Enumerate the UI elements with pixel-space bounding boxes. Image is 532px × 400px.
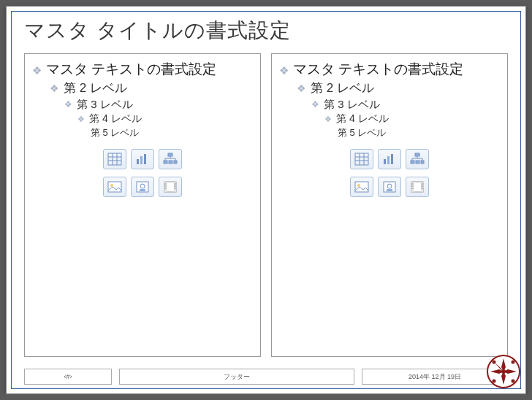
- level5-text: 第 5 レベル: [91, 126, 139, 139]
- bullet-level-2: ❖第 2 レベル: [297, 80, 504, 97]
- svg-rect-39: [411, 161, 414, 164]
- insert-picture-icon[interactable]: [350, 177, 373, 197]
- footer-placeholder[interactable]: フッター: [119, 369, 354, 385]
- svg-rect-53: [421, 182, 423, 192]
- svg-rect-7: [144, 154, 146, 164]
- svg-rect-11: [174, 161, 177, 164]
- svg-point-63: [512, 361, 515, 364]
- insert-chart-icon[interactable]: [131, 149, 154, 169]
- bullet-level-5: 第 5 レベル: [91, 126, 257, 139]
- diamond-bullet-icon: ❖: [297, 82, 306, 96]
- svg-rect-30: [355, 153, 368, 165]
- diamond-bullet-icon: ❖: [324, 114, 332, 126]
- content-insert-icons: [350, 149, 429, 197]
- svg-rect-16: [108, 182, 121, 192]
- svg-rect-0: [108, 153, 121, 165]
- svg-rect-37: [391, 154, 393, 164]
- svg-rect-36: [387, 156, 390, 164]
- insert-table-icon[interactable]: [350, 149, 373, 169]
- insert-smartart-icon[interactable]: [406, 149, 429, 169]
- insert-media-icon[interactable]: [159, 177, 182, 197]
- svg-rect-52: [411, 182, 414, 192]
- svg-point-65: [512, 380, 515, 383]
- svg-point-17: [110, 184, 113, 187]
- bullet-level-1: ❖マスタ テキストの書式設定: [32, 60, 257, 80]
- svg-rect-6: [140, 156, 142, 164]
- diamond-bullet-icon: ❖: [64, 99, 72, 111]
- svg-point-61: [501, 369, 506, 374]
- level4-text: 第 4 レベル: [89, 112, 142, 126]
- level3-text: 第 3 レベル: [324, 96, 380, 112]
- level1-text: マスタ テキストの書式設定: [46, 60, 216, 80]
- title-placeholder[interactable]: マスタ タイトルの書式設定: [24, 17, 508, 45]
- svg-rect-5: [137, 159, 139, 164]
- svg-rect-41: [421, 161, 424, 164]
- content-insert-icons: [103, 149, 182, 197]
- content-placeholder-left[interactable]: ❖マスタ テキストの書式設定 ❖第 2 レベル ❖第 3 レベル ❖第 4 レベ…: [24, 53, 261, 357]
- svg-rect-50: [387, 189, 392, 191]
- insert-clipart-icon[interactable]: [131, 177, 154, 197]
- svg-rect-10: [169, 161, 172, 164]
- svg-rect-9: [164, 161, 167, 164]
- insert-picture-icon[interactable]: [103, 177, 126, 197]
- svg-rect-38: [415, 153, 419, 156]
- svg-rect-46: [355, 182, 368, 192]
- svg-rect-22: [164, 182, 167, 192]
- insert-smartart-icon[interactable]: [159, 149, 182, 169]
- decorative-seal-icon: [486, 354, 521, 389]
- bullet-level-5: 第 5 レベル: [338, 126, 504, 139]
- insert-media-icon[interactable]: [406, 177, 429, 197]
- level3-text: 第 3 レベル: [77, 96, 133, 112]
- svg-rect-8: [168, 153, 172, 156]
- diamond-bullet-icon: ❖: [50, 82, 59, 96]
- bullet-level-1: ❖マスタ テキストの書式設定: [279, 60, 504, 80]
- level1-text: マスタ テキストの書式設定: [293, 60, 463, 80]
- bullet-level-2: ❖第 2 レベル: [50, 80, 257, 97]
- svg-rect-20: [140, 189, 145, 191]
- bullet-level-3: ❖第 3 レベル: [311, 96, 504, 112]
- footer-row: ‹#› フッター 2014年 12月 19日: [24, 369, 508, 385]
- content-placeholder-right[interactable]: ❖マスタ テキストの書式設定 ❖第 2 レベル ❖第 3 レベル ❖第 4 レベ…: [271, 53, 508, 357]
- level4-text: 第 4 レベル: [336, 112, 389, 126]
- insert-clipart-icon[interactable]: [378, 177, 401, 197]
- diamond-bullet-icon: ❖: [311, 99, 319, 111]
- slide-master: マスタ タイトルの書式設定 ❖マスタ テキストの書式設定 ❖第 2 レベル ❖第…: [6, 6, 526, 394]
- svg-rect-35: [384, 159, 386, 164]
- svg-rect-23: [174, 182, 176, 192]
- svg-point-64: [493, 380, 496, 383]
- svg-point-62: [493, 361, 496, 364]
- bullet-level-4: ❖第 4 レベル: [77, 112, 257, 126]
- bullet-level-4: ❖第 4 レベル: [324, 112, 504, 126]
- svg-point-47: [357, 184, 360, 187]
- level2-text: 第 2 レベル: [64, 80, 127, 97]
- insert-table-icon[interactable]: [103, 149, 126, 169]
- slide-number-placeholder[interactable]: ‹#›: [24, 369, 112, 385]
- content-row: ❖マスタ テキストの書式設定 ❖第 2 レベル ❖第 3 レベル ❖第 4 レベ…: [24, 53, 508, 357]
- bullet-level-3: ❖第 3 レベル: [64, 96, 257, 112]
- level5-text: 第 5 レベル: [338, 126, 386, 139]
- svg-rect-40: [416, 161, 419, 164]
- diamond-bullet-icon: ❖: [77, 114, 85, 126]
- insert-chart-icon[interactable]: [378, 149, 401, 169]
- level2-text: 第 2 レベル: [311, 80, 374, 97]
- diamond-bullet-icon: ❖: [32, 63, 42, 78]
- diamond-bullet-icon: ❖: [279, 63, 289, 78]
